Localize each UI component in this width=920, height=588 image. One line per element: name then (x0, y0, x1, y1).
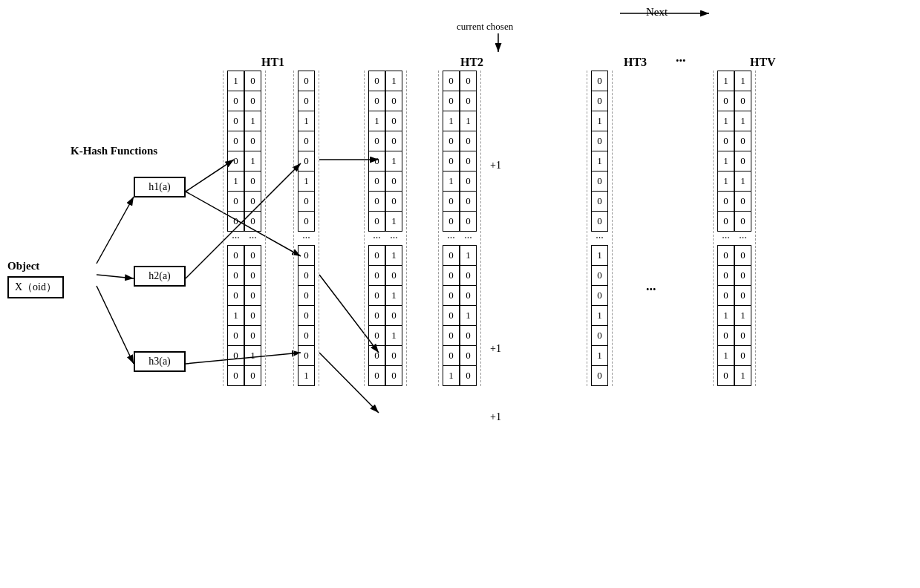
ht1-col3-section: 0 0 1 0 0 1 0 0 ··· 0 0 0 0 0 0 1 (293, 71, 319, 386)
table-row: 0 (386, 192, 402, 212)
table-row: 1 (386, 286, 402, 306)
table-row: 0 (245, 192, 261, 212)
ht3-col1: 0 0 1 0 1 0 0 0 ··· 1 0 0 1 0 1 0 (591, 71, 608, 386)
table-row: 0 (228, 246, 244, 266)
htv-col1: 1 0 1 0 1 1 0 0 ··· 0 0 0 1 0 1 0 (717, 71, 734, 386)
table-row: 0 (460, 172, 477, 192)
table-row: 1 (718, 346, 734, 366)
table-row: 0 (245, 212, 261, 232)
table-row: 1 (245, 346, 261, 366)
table-row: ··· (718, 232, 734, 246)
table-row: 0 (460, 151, 477, 172)
table-row: 0 (718, 366, 734, 386)
table-row: 0 (735, 246, 751, 266)
ht1-section: 1 0 0 0 0 1 0 0 ··· 0 0 0 1 0 0 0 0 0 (223, 71, 266, 386)
table-row: 0 (735, 266, 751, 286)
table-row: 1 (443, 111, 460, 131)
table-row: 1 (718, 306, 734, 326)
htv-col2: 1 0 1 0 0 1 0 0 ··· 0 0 0 1 0 0 1 (734, 71, 751, 386)
table-row: 0 (369, 131, 385, 151)
ht2-col1: 0 0 1 0 0 0 0 0 ··· 0 0 0 0 0 0 0 (368, 71, 385, 386)
table-row: 1 (460, 111, 477, 131)
table-row: 0 (245, 366, 261, 386)
table-row: 0 (369, 266, 385, 286)
table-row: 1 (386, 151, 402, 172)
table-row: 1 (443, 172, 460, 192)
table-row: 0 (592, 91, 608, 111)
table-row: 1 (592, 246, 608, 266)
table-row: 0 (228, 192, 244, 212)
table-row: 0 (228, 346, 244, 366)
table-row: 0 (460, 192, 477, 212)
table-row: 0 (245, 131, 261, 151)
table-row: 0 (592, 192, 608, 212)
svg-line-4 (97, 197, 134, 264)
table-row: 1 (245, 111, 261, 131)
plus-one-3: +1 (490, 411, 501, 423)
svg-line-5 (97, 275, 134, 278)
table-row: 0 (443, 346, 460, 366)
table-row: 0 (443, 266, 460, 286)
table-row: 0 (443, 246, 460, 266)
ht3-label: HT3 (624, 56, 647, 69)
table-row: 0 (443, 286, 460, 306)
table-row: 0 (735, 131, 751, 151)
table-row: ··· (735, 232, 751, 246)
table-row: 1 (298, 366, 315, 386)
table-row: 0 (228, 212, 244, 232)
table-row: 0 (298, 71, 315, 91)
table-row: 0 (245, 71, 261, 91)
ht1-label: HT1 (261, 56, 284, 69)
table-row: 1 (592, 151, 608, 172)
table-row: 0 (228, 91, 244, 111)
object-section: Object X（oid） (7, 260, 64, 298)
table-row: 0 (718, 212, 734, 232)
table-row: 0 (245, 326, 261, 346)
table-row: 1 (298, 172, 315, 192)
table-row: 0 (369, 246, 385, 266)
table-row: ··· (592, 232, 608, 246)
table-row: 1 (386, 212, 402, 232)
table-row: ··· (245, 232, 261, 246)
table-row: 0 (386, 91, 402, 111)
table-row: 0 (718, 246, 734, 266)
table-row: 1 (443, 366, 460, 386)
table-row: 0 (443, 151, 460, 172)
table-row: 1 (718, 172, 734, 192)
table-row: 0 (298, 346, 315, 366)
table-row: 0 (369, 172, 385, 192)
table-row: ··· (443, 232, 460, 246)
table-row: 0 (443, 326, 460, 346)
table-row: 0 (245, 91, 261, 111)
table-row: 1 (735, 306, 751, 326)
table-row: 1 (386, 326, 402, 346)
table-row: 0 (735, 151, 751, 172)
table-row: 0 (386, 306, 402, 326)
table-row: 0 (228, 111, 244, 131)
table-row: 0 (443, 131, 460, 151)
ht2-col3: 0 0 1 0 0 1 0 0 ··· 0 0 0 0 0 0 1 (443, 71, 460, 386)
table-row: 0 (460, 346, 477, 366)
h3-func-box: h3(a) (134, 351, 186, 372)
table-row: 0 (228, 326, 244, 346)
diagram-container: Next current chosen HT1 HT2 HT3 ··· HTV … (0, 0, 920, 588)
ht2-section: 0 0 1 0 0 0 0 0 ··· 0 0 0 0 0 0 0 1 0 (364, 71, 407, 386)
table-row: 0 (369, 91, 385, 111)
h1-func-box: h1(a) (134, 177, 186, 197)
table-row: 0 (460, 326, 477, 346)
table-row: 0 (735, 286, 751, 306)
table-row: 0 (718, 91, 734, 111)
ht1-col3: 0 0 1 0 0 1 0 0 ··· 0 0 0 0 0 0 1 (298, 71, 315, 386)
table-row: 0 (298, 266, 315, 286)
table-row: 0 (298, 131, 315, 151)
table-row: ··· (460, 232, 477, 246)
table-row: 1 (735, 111, 751, 131)
plus-one-2: +1 (490, 343, 501, 355)
table-row: 0 (298, 212, 315, 232)
table-row: 0 (369, 192, 385, 212)
table-row: 0 (460, 131, 477, 151)
table-row: 0 (592, 286, 608, 306)
table-row: 0 (369, 366, 385, 386)
table-row: 0 (592, 266, 608, 286)
table-row: 0 (369, 71, 385, 91)
